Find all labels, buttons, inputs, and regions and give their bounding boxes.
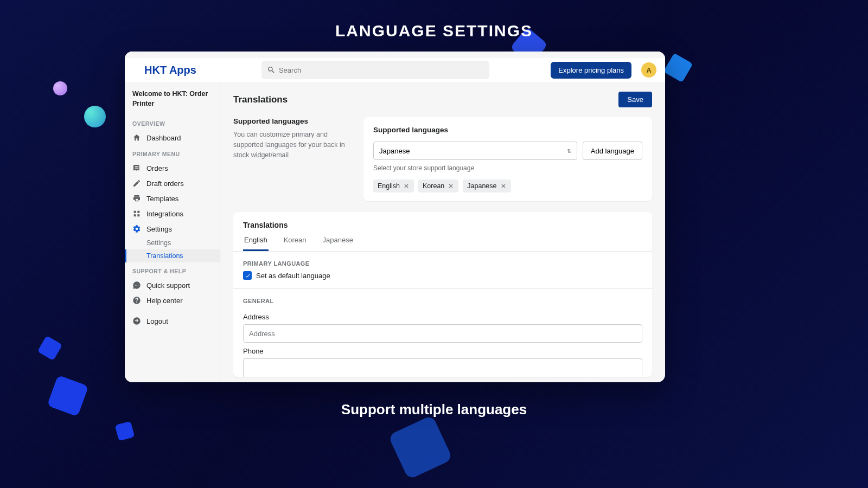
templates-icon: [132, 194, 141, 203]
sidebar-item-integrations[interactable]: Integrations: [125, 206, 220, 221]
nav-label: Settings: [146, 225, 172, 233]
marketing-title: LANGUAGE SETTINGS: [0, 22, 868, 40]
chat-icon: [132, 281, 141, 290]
nav-label: Draft orders: [146, 179, 184, 188]
tab-korean[interactable]: Korean: [283, 236, 308, 251]
language-select[interactable]: Japanese ⇅: [373, 142, 577, 160]
explore-pricing-button[interactable]: Explore pricing plans: [551, 62, 631, 79]
nav-label: Logout: [146, 317, 168, 325]
topbar: HKT Apps Explore pricing plans A: [125, 52, 665, 82]
nav-label: Templates: [146, 195, 178, 203]
close-icon[interactable]: [500, 183, 507, 189]
card-heading: Supported languages: [373, 126, 642, 134]
sidebar-sub-translations[interactable]: Translations: [125, 249, 220, 262]
add-language-button[interactable]: Add language: [583, 142, 642, 160]
default-language-checkbox[interactable]: [243, 271, 252, 280]
sidebar-item-templates[interactable]: Templates: [125, 191, 220, 206]
nav-label: Quick support: [146, 281, 190, 290]
phone-field-label: Phone: [243, 347, 642, 355]
supported-languages-card: Supported languages Japanese ⇅ Add langu…: [363, 117, 652, 201]
marketing-subtitle: Support multiple languages: [0, 401, 868, 418]
chip-label: English: [378, 182, 400, 190]
sidebar-item-orders[interactable]: Orders: [125, 160, 220, 176]
general-label: GENERAL: [233, 289, 652, 309]
search-icon: [267, 66, 276, 74]
sidebar-item-dashboard[interactable]: Dashboard: [125, 130, 220, 145]
search-input[interactable]: [279, 66, 484, 74]
home-icon: [132, 133, 141, 142]
sidebar-sub-settings[interactable]: Settings: [125, 236, 220, 249]
phone-input[interactable]: [243, 358, 642, 377]
nav-label: Orders: [146, 164, 168, 172]
close-icon[interactable]: [448, 183, 454, 189]
primary-language-label: PRIMARY LANGUAGE: [233, 252, 652, 271]
chip-korean: Korean: [418, 179, 458, 192]
gear-icon: [132, 224, 141, 233]
brand-logo: HKT Apps: [144, 64, 196, 76]
chevron-updown-icon: ⇅: [567, 148, 571, 154]
integrations-icon: [132, 209, 141, 218]
avatar[interactable]: A: [641, 62, 656, 78]
chip-label: Japanese: [467, 182, 496, 190]
sidebar-item-help-center[interactable]: Help center: [125, 293, 220, 308]
chip-label: Korean: [423, 182, 444, 190]
page-title: Translations: [233, 94, 618, 105]
sidebar-item-logout[interactable]: Logout: [125, 313, 220, 329]
supported-languages-info: Supported languages You can customize pr…: [233, 117, 353, 160]
select-value: Japanese: [379, 147, 410, 155]
section-heading: Supported languages: [233, 117, 353, 125]
sidebar-item-quick-support[interactable]: Quick support: [125, 278, 220, 293]
sidebar: Welcome to HKT: Order Printer OVERVIEW D…: [125, 82, 220, 382]
card-title: Translations: [243, 221, 642, 229]
sidebar-item-draft-orders[interactable]: Draft orders: [125, 176, 220, 191]
check-icon: [245, 273, 251, 279]
welcome-text: Welcome to HKT: Order Printer: [125, 89, 220, 115]
chip-japanese: Japanese: [463, 179, 510, 192]
section-overview-label: OVERVIEW: [125, 115, 220, 130]
search-input-wrap[interactable]: [261, 61, 489, 79]
save-button[interactable]: Save: [618, 92, 652, 107]
default-language-label: Set as default language: [256, 272, 330, 280]
nav-label: Integrations: [146, 210, 183, 218]
help-icon: [132, 296, 141, 305]
translation-tabs: English Korean Japanese: [233, 236, 652, 252]
language-chips: English Korean Japanese: [373, 179, 642, 192]
app-window: HKT Apps Explore pricing plans A Welcome…: [125, 52, 665, 382]
section-description: You can customize primary and supported …: [233, 130, 353, 160]
orders-icon: [132, 164, 141, 172]
address-input[interactable]: [243, 324, 642, 343]
address-field-label: Address: [243, 313, 642, 321]
nav-label: Help center: [146, 297, 182, 305]
chip-english: English: [373, 179, 414, 192]
translations-card: Translations English Korean Japanese PRI…: [233, 212, 652, 377]
section-primary-label: PRIMARY MENU: [125, 145, 220, 160]
nav-label: Dashboard: [146, 134, 181, 142]
draft-orders-icon: [132, 179, 141, 188]
helper-text: Select your store support language: [373, 164, 642, 172]
tab-english[interactable]: English: [243, 236, 269, 251]
logout-icon: [132, 317, 141, 325]
main-content: Translations Save Supported languages Yo…: [220, 82, 665, 382]
sidebar-item-settings[interactable]: Settings: [125, 221, 220, 236]
section-support-label: SUPPORT & HELP: [125, 262, 220, 278]
tab-japanese[interactable]: Japanese: [322, 236, 354, 251]
close-icon[interactable]: [403, 183, 410, 189]
